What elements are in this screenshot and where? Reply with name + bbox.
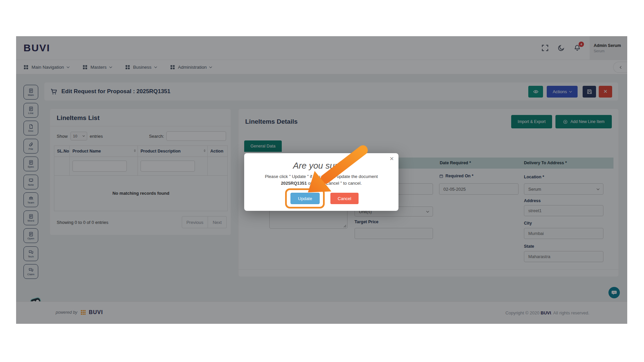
- close-icon[interactable]: ×: [390, 155, 394, 163]
- app-window: BUVI 4 Admin Serum Serum Main Navigation: [16, 36, 627, 324]
- annotation-arrow: [299, 144, 372, 201]
